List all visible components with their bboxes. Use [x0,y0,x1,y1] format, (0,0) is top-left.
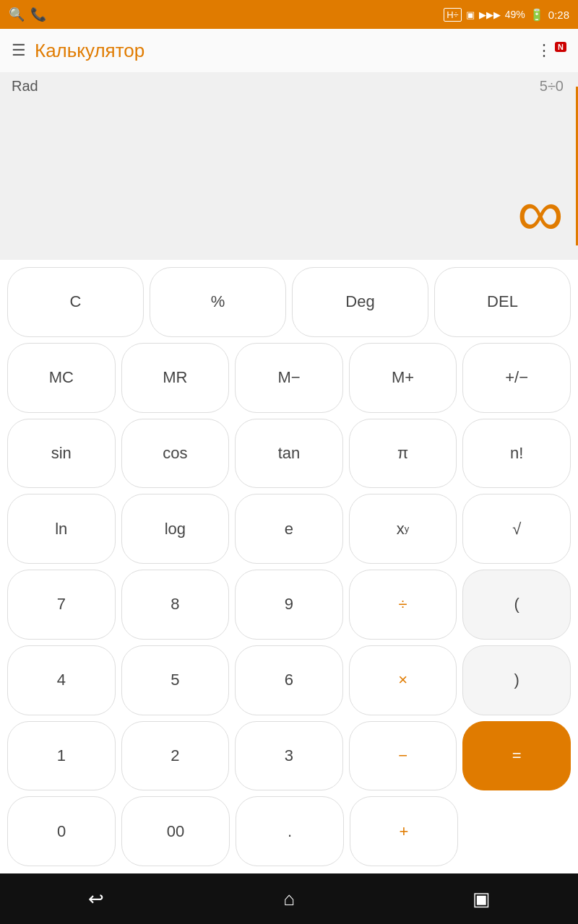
expression-display: 5÷0 [540,78,564,95]
8-button[interactable]: 8 [121,570,230,640]
sqrt-button[interactable]: √ [462,494,571,564]
status-time: 0:28 [548,9,569,21]
mc-button[interactable]: MC [7,343,116,413]
6-button[interactable]: 6 [235,645,343,715]
factorial-button[interactable]: n! [462,419,571,489]
home-button[interactable]: ⌂ [267,877,311,920]
del-button[interactable]: DEL [434,267,571,337]
status-left: 🔍 📞 [9,6,46,22]
mplus-button[interactable]: M+ [349,343,457,413]
angle-mode: Rad [12,78,566,95]
notification-badge: N [555,42,566,52]
back-button[interactable]: ↩ [74,877,118,920]
minus-button[interactable]: − [349,721,457,791]
signal-icon: ▶▶▶ [479,9,501,20]
double-zero-button[interactable]: 00 [121,796,230,866]
result-display: ∞ [517,180,564,245]
9-button[interactable]: 9 [235,570,343,640]
0-button[interactable]: 0 [7,796,116,866]
ln-button[interactable]: ln [7,494,116,564]
lparen-button[interactable]: ( [462,570,571,640]
battery-percentage: 49% [505,9,525,20]
recents-button[interactable]: ▣ [460,877,504,920]
h-indicator: H÷ [444,8,462,22]
header-dots-container: ⋮ N [536,41,566,60]
divide-button[interactable]: ÷ [349,570,457,640]
multiply-button[interactable]: × [349,645,457,715]
plusminus-button[interactable]: +/− [462,343,571,413]
cos-button[interactable]: cos [121,419,230,489]
status-bar: 🔍 📞 H÷ ▣ ▶▶▶ 49% 🔋 0:28 [0,0,578,29]
log-button[interactable]: log [121,494,230,564]
power-button[interactable]: xy [349,494,457,564]
more-options-icon[interactable]: ⋮ [536,41,552,59]
spacer [464,796,571,866]
clear-button[interactable]: C [7,267,144,337]
header-left: ☰ Калькулятор [12,40,144,62]
sin-button[interactable]: sin [7,419,116,489]
status-right: H÷ ▣ ▶▶▶ 49% 🔋 0:28 [444,8,569,22]
phone-icon: 📞 [30,6,46,22]
1-button[interactable]: 1 [7,721,116,791]
key-row-1: C % Deg DEL [7,267,571,337]
7-button[interactable]: 7 [7,570,116,640]
key-row-7: 1 2 3 − = [7,721,571,791]
3-button[interactable]: 3 [235,721,343,791]
app-title: Калькулятор [35,40,144,62]
4-button[interactable]: 4 [7,645,116,715]
menu-icon[interactable]: ☰ [12,41,26,60]
key-row-8: 0 00 . + [7,796,571,866]
key-row-6: 4 5 6 × ) [7,645,571,715]
sim-icon: ▣ [466,9,475,20]
key-row-4: ln log e xy √ [7,494,571,564]
pi-button[interactable]: π [349,419,457,489]
keyboard: C % Deg DEL MC MR M− M+ +/− sin cos tan … [0,260,578,873]
mminus-button[interactable]: M− [235,343,343,413]
infinity-symbol: ∞ [517,177,564,249]
equals-button[interactable]: = [462,721,571,791]
tan-button[interactable]: tan [235,419,343,489]
decimal-button[interactable]: . [236,796,344,866]
plus-button[interactable]: + [350,796,458,866]
2-button[interactable]: 2 [121,721,230,791]
nav-bar: ↩ ⌂ ▣ [0,873,578,924]
key-row-2: MC MR M− M+ +/− [7,343,571,413]
euler-button[interactable]: e [235,494,343,564]
5-button[interactable]: 5 [121,645,230,715]
deg-button[interactable]: Deg [292,267,428,337]
percent-button[interactable]: % [150,267,286,337]
header-right: ⋮ N [536,41,566,60]
app-header: ☰ Калькулятор ⋮ N [0,29,578,72]
key-row-3: sin cos tan π n! [7,419,571,489]
search-icon: 🔍 [9,6,25,22]
mr-button[interactable]: MR [121,343,230,413]
display-area: Rad 5÷0 ∞ [0,72,578,260]
battery-icon: 🔋 [530,8,544,22]
rparen-button[interactable]: ) [462,645,571,715]
key-row-5: 7 8 9 ÷ ( [7,570,571,640]
